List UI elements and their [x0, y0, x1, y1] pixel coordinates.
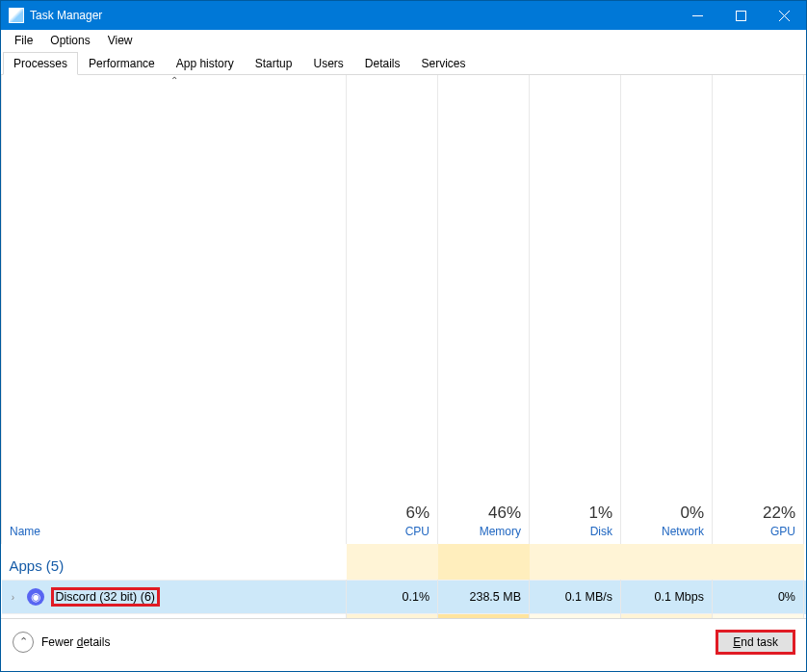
column-disk[interactable]: 1%Disk	[530, 75, 621, 544]
column-headers: ⌃ Name 6%CPU 46%Memory 1%Disk 0%Network …	[2, 75, 807, 544]
tabs: Processes Performance App history Startu…	[1, 51, 806, 75]
discord-icon: ◉	[27, 588, 44, 606]
column-gp[interactable]: .GP	[804, 75, 807, 544]
tab-startup[interactable]: Startup	[245, 52, 303, 75]
close-button[interactable]	[763, 1, 806, 30]
fewer-details-toggle[interactable]: ⌃ Fewer details	[13, 632, 110, 653]
column-memory[interactable]: 46%Memory	[438, 75, 530, 544]
titlebar[interactable]: Task Manager	[1, 1, 806, 30]
app-icon	[9, 8, 24, 23]
chevron-right-icon[interactable]: ›	[8, 592, 19, 603]
svg-rect-1	[737, 11, 746, 20]
menu-options[interactable]: Options	[42, 32, 97, 49]
column-gpu[interactable]: 22%GPU	[713, 75, 804, 544]
tab-processes[interactable]: Processes	[3, 52, 78, 75]
tab-performance[interactable]: Performance	[78, 52, 166, 75]
maximize-button[interactable]	[719, 1, 763, 30]
menu-file[interactable]: File	[7, 32, 40, 49]
chevron-up-circle-icon: ⌃	[13, 632, 34, 653]
tab-users[interactable]: Users	[302, 52, 353, 75]
tab-services[interactable]: Services	[411, 52, 477, 75]
column-name[interactable]: ⌃ Name	[2, 75, 347, 544]
tab-details[interactable]: Details	[354, 52, 411, 75]
table-row-word[interactable]: › W Microsoft Word 0.2% 215.2 MB 0 MB/s …	[2, 614, 807, 619]
column-cpu[interactable]: 6%CPU	[347, 75, 438, 544]
table-row-discord[interactable]: › ◉ Discord (32 bit) (6) 0.1% 238.5 MB 0…	[2, 581, 807, 614]
process-table: ⌃ Name 6%CPU 46%Memory 1%Disk 0%Network …	[1, 75, 806, 618]
column-network[interactable]: 0%Network	[621, 75, 713, 544]
menu-view[interactable]: View	[100, 32, 141, 49]
sort-caret-icon: ⌃	[170, 75, 178, 86]
end-task-button[interactable]: End task	[716, 631, 794, 654]
section-apps: Apps (5)	[2, 544, 807, 581]
process-name: Discord (32 bit) (6)	[52, 588, 160, 606]
menubar: File Options View	[1, 30, 806, 51]
window-title: Task Manager	[30, 9, 102, 22]
minimize-button[interactable]	[676, 1, 719, 30]
bottom-bar: ⌃ Fewer details End task	[1, 618, 806, 664]
tab-app-history[interactable]: App history	[166, 52, 245, 75]
